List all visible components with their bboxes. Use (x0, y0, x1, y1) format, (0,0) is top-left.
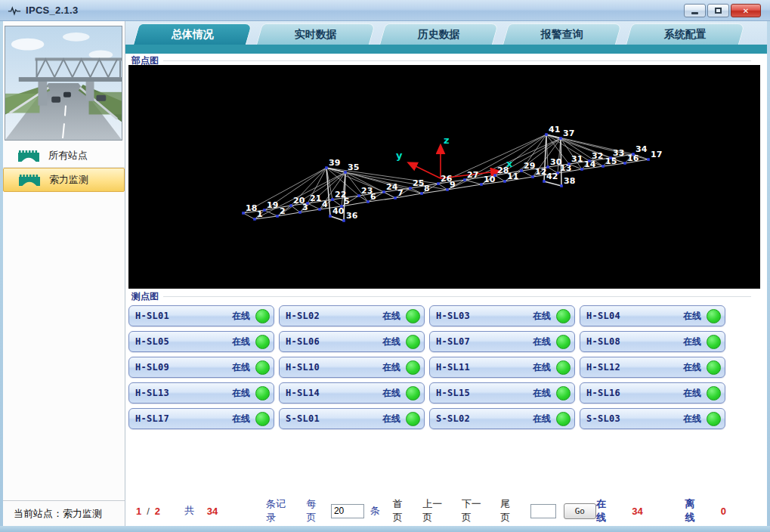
stations-grid: H-SL01在线H-SL02在线H-SL03在线H-SL04在线H-SL05在线… (128, 305, 725, 429)
last-page-link[interactable]: 尾页 (500, 497, 518, 524)
station-card[interactable]: H-SL10在线 (279, 357, 425, 378)
station-id: H-SL16 (586, 388, 620, 398)
station-id: H-SL07 (436, 336, 470, 347)
svg-text:32: 32 (592, 151, 603, 161)
main-panel: 总体情况实时数据历史数据报警查询系统配置 部点图 zyx123456789101… (125, 21, 767, 526)
offline-count: 0 (721, 506, 726, 517)
maximize-button[interactable] (707, 4, 729, 17)
online-status-dot (707, 360, 721, 375)
svg-text:40: 40 (332, 206, 345, 216)
station-id: H-SL13 (135, 388, 169, 398)
station-card[interactable]: S-SL02在线 (429, 408, 575, 429)
station-card[interactable]: H-SL02在线 (279, 305, 425, 326)
svg-text:39: 39 (329, 158, 340, 168)
svg-text:26: 26 (441, 174, 453, 184)
station-id: H-SL02 (286, 311, 320, 321)
app-window: IPCS_2.1.3 ✕ (0, 0, 770, 532)
station-id: H-SL08 (586, 336, 620, 347)
station-card[interactable]: H-SL15在线 (429, 382, 575, 404)
bridge-photo (5, 26, 122, 141)
bridge-icon (18, 150, 39, 162)
tab-history-data[interactable]: 历史数据 (379, 23, 499, 45)
station-status: 在线 (382, 387, 400, 400)
station-status: 在线 (683, 336, 701, 348)
station-id: H-SL14 (286, 388, 320, 398)
online-label: 在线 (596, 497, 614, 524)
tab-overall[interactable]: 总体情况 (133, 23, 252, 45)
online-status-dot (255, 360, 270, 375)
station-card[interactable]: H-SL04在线 (580, 305, 725, 326)
station-card[interactable]: H-SL07在线 (429, 331, 575, 352)
tab-system-config[interactable]: 系统配置 (626, 23, 745, 45)
svg-text:2: 2 (280, 206, 286, 216)
station-card[interactable]: H-SL13在线 (128, 382, 274, 404)
station-diagram-label: 测点图 (131, 290, 751, 303)
svg-text:4: 4 (322, 200, 328, 209)
goto-page-input[interactable] (530, 504, 556, 518)
station-status: 在线 (382, 413, 400, 425)
per-page-label: 每页 (307, 497, 325, 524)
station-card[interactable]: H-SL11在线 (429, 357, 575, 378)
svg-text:20: 20 (293, 196, 305, 206)
online-status-dot (255, 335, 270, 349)
window-border-bottom (0, 526, 770, 532)
online-status-dot (255, 309, 270, 323)
station-card[interactable]: S-SL01在线 (279, 408, 425, 429)
station-card[interactable]: H-SL16在线 (580, 382, 725, 404)
close-icon: ✕ (743, 7, 749, 15)
online-status-dot (556, 412, 571, 426)
current-page: 1 (136, 506, 141, 517)
station-card[interactable]: H-SL14在线 (279, 382, 425, 404)
online-status-dot (556, 335, 571, 349)
online-status-dot (255, 386, 270, 401)
station-card[interactable]: H-SL01在线 (128, 305, 274, 326)
first-page-link[interactable]: 首页 (393, 497, 411, 524)
svg-text:22: 22 (335, 190, 346, 200)
online-status-dot (255, 412, 270, 426)
per-page-input[interactable] (331, 504, 364, 518)
sidebar-item-all-stations[interactable]: 所有站点 (3, 144, 125, 168)
sidebar: 所有站点索力监测 当前站点：索力监测 (3, 21, 125, 526)
station-card[interactable]: H-SL06在线 (279, 331, 425, 352)
online-status-dot (556, 309, 571, 323)
tabstrip: 总体情况实时数据历史数据报警查询系统配置 (125, 23, 767, 45)
station-card[interactable]: H-SL12在线 (580, 357, 725, 378)
prev-page-link[interactable]: 上一页 (422, 497, 450, 524)
minimize-button[interactable] (684, 4, 706, 17)
svg-text:8: 8 (424, 184, 430, 193)
tab-divider-bar (125, 45, 767, 54)
station-status: 在线 (533, 336, 551, 348)
offline-label: 离线 (685, 497, 702, 524)
station-id: S-SL01 (286, 413, 320, 424)
next-page-link[interactable]: 下一页 (462, 497, 490, 524)
svg-text:29: 29 (524, 161, 535, 171)
sidebar-item-cable-force-monitor[interactable]: 索力监测 (3, 168, 125, 192)
go-button[interactable]: Go (564, 503, 596, 519)
station-card[interactable]: H-SL08在线 (580, 331, 725, 352)
station-status: 在线 (232, 310, 250, 323)
station-status: 在线 (683, 387, 701, 400)
svg-text:31: 31 (571, 154, 583, 164)
svg-text:24: 24 (386, 182, 398, 192)
online-status-dot (406, 309, 420, 323)
minimize-icon (691, 12, 698, 14)
tab-alarm-query[interactable]: 报警查询 (503, 23, 622, 45)
station-card[interactable]: S-SL03在线 (580, 408, 725, 429)
online-status-dot (556, 386, 571, 401)
close-button[interactable]: ✕ (731, 4, 761, 17)
tab-realtime-data[interactable]: 实时数据 (256, 23, 376, 45)
bridge-3d-view[interactable]: zyx1234567891011121314151617181920212223… (128, 65, 760, 289)
station-card[interactable]: H-SL03在线 (429, 305, 575, 326)
online-status-dot (556, 360, 571, 375)
online-status-dot (707, 412, 721, 426)
station-card[interactable]: H-SL05在线 (128, 331, 274, 352)
svg-text:27: 27 (467, 170, 478, 180)
station-id: H-SL12 (586, 362, 620, 373)
pagination-bar: 1 / 2 共 34 条记录 每页 条 首页 上一页 下一页 尾页 Go (136, 502, 759, 520)
station-id: H-SL05 (135, 336, 169, 347)
svg-text:38: 38 (564, 176, 575, 186)
bridge-wireframe: zyx1234567891011121314151617181920212223… (128, 65, 760, 289)
station-card[interactable]: H-SL09在线 (128, 357, 274, 378)
svg-text:23: 23 (361, 186, 373, 196)
station-card[interactable]: H-SL17在线 (128, 408, 274, 429)
